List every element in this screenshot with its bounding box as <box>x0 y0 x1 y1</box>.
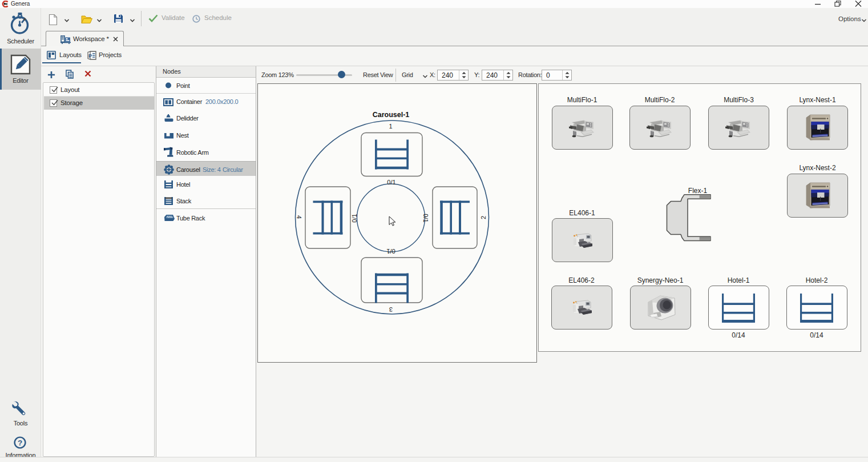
svg-text:0/1: 0/1 <box>387 179 395 186</box>
svg-text:4: 4 <box>296 215 302 219</box>
svg-text:2: 2 <box>480 216 487 219</box>
svg-text:3: 3 <box>389 306 393 313</box>
svg-text:?: ? <box>18 439 22 447</box>
svg-text:0/1: 0/1 <box>422 214 429 222</box>
svg-text:P: P <box>88 53 92 59</box>
svg-text:1: 1 <box>389 123 392 130</box>
svg-text:0/1: 0/1 <box>386 248 395 255</box>
svg-text:Carousel-1: Carousel-1 <box>373 111 410 119</box>
svg-text:0/1: 0/1 <box>351 214 358 222</box>
